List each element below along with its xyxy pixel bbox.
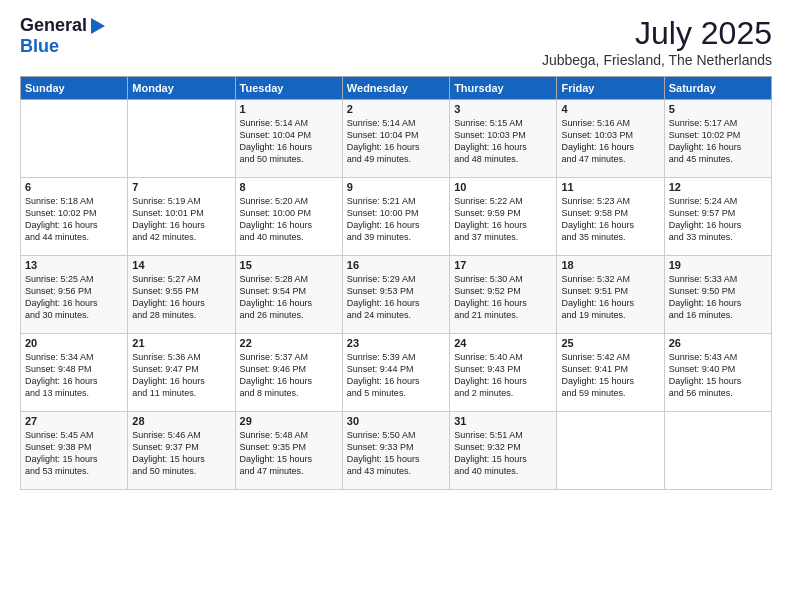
cell-sun-info: Sunrise: 5:45 AM Sunset: 9:38 PM Dayligh… <box>25 429 123 478</box>
day-number: 3 <box>454 103 552 115</box>
day-number: 7 <box>132 181 230 193</box>
calendar-cell: 15Sunrise: 5:28 AM Sunset: 9:54 PM Dayli… <box>235 256 342 334</box>
cell-sun-info: Sunrise: 5:29 AM Sunset: 9:53 PM Dayligh… <box>347 273 445 322</box>
header: General Blue July 2025 Jubbega, Frieslan… <box>20 15 772 68</box>
cell-sun-info: Sunrise: 5:15 AM Sunset: 10:03 PM Daylig… <box>454 117 552 166</box>
calendar-cell: 19Sunrise: 5:33 AM Sunset: 9:50 PM Dayli… <box>664 256 771 334</box>
logo-general-text: General <box>20 15 87 36</box>
weekday-header: Saturday <box>664 77 771 100</box>
calendar-cell: 29Sunrise: 5:48 AM Sunset: 9:35 PM Dayli… <box>235 412 342 490</box>
cell-sun-info: Sunrise: 5:19 AM Sunset: 10:01 PM Daylig… <box>132 195 230 244</box>
title-block: July 2025 Jubbega, Friesland, The Nether… <box>542 15 772 68</box>
calendar-table: SundayMondayTuesdayWednesdayThursdayFrid… <box>20 76 772 490</box>
day-number: 11 <box>561 181 659 193</box>
calendar-cell: 9Sunrise: 5:21 AM Sunset: 10:00 PM Dayli… <box>342 178 449 256</box>
calendar-cell: 22Sunrise: 5:37 AM Sunset: 9:46 PM Dayli… <box>235 334 342 412</box>
weekday-header: Sunday <box>21 77 128 100</box>
day-number: 9 <box>347 181 445 193</box>
day-number: 24 <box>454 337 552 349</box>
calendar-week-row: 20Sunrise: 5:34 AM Sunset: 9:48 PM Dayli… <box>21 334 772 412</box>
calendar-cell: 25Sunrise: 5:42 AM Sunset: 9:41 PM Dayli… <box>557 334 664 412</box>
logo: General Blue <box>20 15 105 57</box>
cell-sun-info: Sunrise: 5:28 AM Sunset: 9:54 PM Dayligh… <box>240 273 338 322</box>
cell-sun-info: Sunrise: 5:30 AM Sunset: 9:52 PM Dayligh… <box>454 273 552 322</box>
cell-sun-info: Sunrise: 5:51 AM Sunset: 9:32 PM Dayligh… <box>454 429 552 478</box>
cell-sun-info: Sunrise: 5:17 AM Sunset: 10:02 PM Daylig… <box>669 117 767 166</box>
day-number: 13 <box>25 259 123 271</box>
day-number: 22 <box>240 337 338 349</box>
day-number: 15 <box>240 259 338 271</box>
cell-sun-info: Sunrise: 5:42 AM Sunset: 9:41 PM Dayligh… <box>561 351 659 400</box>
calendar-week-row: 6Sunrise: 5:18 AM Sunset: 10:02 PM Dayli… <box>21 178 772 256</box>
day-number: 17 <box>454 259 552 271</box>
cell-sun-info: Sunrise: 5:22 AM Sunset: 9:59 PM Dayligh… <box>454 195 552 244</box>
day-number: 5 <box>669 103 767 115</box>
day-number: 29 <box>240 415 338 427</box>
day-number: 31 <box>454 415 552 427</box>
cell-sun-info: Sunrise: 5:14 AM Sunset: 10:04 PM Daylig… <box>240 117 338 166</box>
day-number: 1 <box>240 103 338 115</box>
calendar-cell: 7Sunrise: 5:19 AM Sunset: 10:01 PM Dayli… <box>128 178 235 256</box>
logo-blue-text: Blue <box>20 36 59 57</box>
calendar-cell <box>21 100 128 178</box>
calendar-cell <box>557 412 664 490</box>
cell-sun-info: Sunrise: 5:21 AM Sunset: 10:00 PM Daylig… <box>347 195 445 244</box>
calendar-cell: 20Sunrise: 5:34 AM Sunset: 9:48 PM Dayli… <box>21 334 128 412</box>
calendar-cell <box>128 100 235 178</box>
day-number: 20 <box>25 337 123 349</box>
cell-sun-info: Sunrise: 5:34 AM Sunset: 9:48 PM Dayligh… <box>25 351 123 400</box>
cell-sun-info: Sunrise: 5:46 AM Sunset: 9:37 PM Dayligh… <box>132 429 230 478</box>
calendar-cell: 13Sunrise: 5:25 AM Sunset: 9:56 PM Dayli… <box>21 256 128 334</box>
day-number: 14 <box>132 259 230 271</box>
day-number: 12 <box>669 181 767 193</box>
calendar-cell: 5Sunrise: 5:17 AM Sunset: 10:02 PM Dayli… <box>664 100 771 178</box>
calendar-cell: 26Sunrise: 5:43 AM Sunset: 9:40 PM Dayli… <box>664 334 771 412</box>
calendar-cell: 23Sunrise: 5:39 AM Sunset: 9:44 PM Dayli… <box>342 334 449 412</box>
weekday-header: Monday <box>128 77 235 100</box>
calendar-cell: 31Sunrise: 5:51 AM Sunset: 9:32 PM Dayli… <box>450 412 557 490</box>
calendar-cell: 1Sunrise: 5:14 AM Sunset: 10:04 PM Dayli… <box>235 100 342 178</box>
calendar-cell: 12Sunrise: 5:24 AM Sunset: 9:57 PM Dayli… <box>664 178 771 256</box>
month-year-title: July 2025 <box>542 15 772 52</box>
cell-sun-info: Sunrise: 5:39 AM Sunset: 9:44 PM Dayligh… <box>347 351 445 400</box>
calendar-cell: 24Sunrise: 5:40 AM Sunset: 9:43 PM Dayli… <box>450 334 557 412</box>
day-number: 18 <box>561 259 659 271</box>
calendar-cell: 30Sunrise: 5:50 AM Sunset: 9:33 PM Dayli… <box>342 412 449 490</box>
calendar-cell: 8Sunrise: 5:20 AM Sunset: 10:00 PM Dayli… <box>235 178 342 256</box>
day-number: 27 <box>25 415 123 427</box>
day-number: 2 <box>347 103 445 115</box>
weekday-header: Thursday <box>450 77 557 100</box>
cell-sun-info: Sunrise: 5:20 AM Sunset: 10:00 PM Daylig… <box>240 195 338 244</box>
calendar-cell: 4Sunrise: 5:16 AM Sunset: 10:03 PM Dayli… <box>557 100 664 178</box>
cell-sun-info: Sunrise: 5:43 AM Sunset: 9:40 PM Dayligh… <box>669 351 767 400</box>
weekday-header: Friday <box>557 77 664 100</box>
calendar-cell: 11Sunrise: 5:23 AM Sunset: 9:58 PM Dayli… <box>557 178 664 256</box>
day-number: 8 <box>240 181 338 193</box>
calendar-week-row: 13Sunrise: 5:25 AM Sunset: 9:56 PM Dayli… <box>21 256 772 334</box>
calendar-cell: 10Sunrise: 5:22 AM Sunset: 9:59 PM Dayli… <box>450 178 557 256</box>
calendar-week-row: 1Sunrise: 5:14 AM Sunset: 10:04 PM Dayli… <box>21 100 772 178</box>
cell-sun-info: Sunrise: 5:14 AM Sunset: 10:04 PM Daylig… <box>347 117 445 166</box>
calendar-cell: 17Sunrise: 5:30 AM Sunset: 9:52 PM Dayli… <box>450 256 557 334</box>
logo-arrow-icon <box>91 18 105 34</box>
cell-sun-info: Sunrise: 5:50 AM Sunset: 9:33 PM Dayligh… <box>347 429 445 478</box>
weekday-header: Tuesday <box>235 77 342 100</box>
calendar-cell: 21Sunrise: 5:36 AM Sunset: 9:47 PM Dayli… <box>128 334 235 412</box>
day-number: 23 <box>347 337 445 349</box>
calendar-cell: 6Sunrise: 5:18 AM Sunset: 10:02 PM Dayli… <box>21 178 128 256</box>
day-number: 16 <box>347 259 445 271</box>
calendar-cell: 18Sunrise: 5:32 AM Sunset: 9:51 PM Dayli… <box>557 256 664 334</box>
cell-sun-info: Sunrise: 5:23 AM Sunset: 9:58 PM Dayligh… <box>561 195 659 244</box>
cell-sun-info: Sunrise: 5:16 AM Sunset: 10:03 PM Daylig… <box>561 117 659 166</box>
calendar-cell: 28Sunrise: 5:46 AM Sunset: 9:37 PM Dayli… <box>128 412 235 490</box>
day-number: 6 <box>25 181 123 193</box>
day-number: 19 <box>669 259 767 271</box>
day-number: 30 <box>347 415 445 427</box>
cell-sun-info: Sunrise: 5:36 AM Sunset: 9:47 PM Dayligh… <box>132 351 230 400</box>
cell-sun-info: Sunrise: 5:32 AM Sunset: 9:51 PM Dayligh… <box>561 273 659 322</box>
day-number: 4 <box>561 103 659 115</box>
header-row: SundayMondayTuesdayWednesdayThursdayFrid… <box>21 77 772 100</box>
calendar-cell: 16Sunrise: 5:29 AM Sunset: 9:53 PM Dayli… <box>342 256 449 334</box>
day-number: 25 <box>561 337 659 349</box>
day-number: 10 <box>454 181 552 193</box>
